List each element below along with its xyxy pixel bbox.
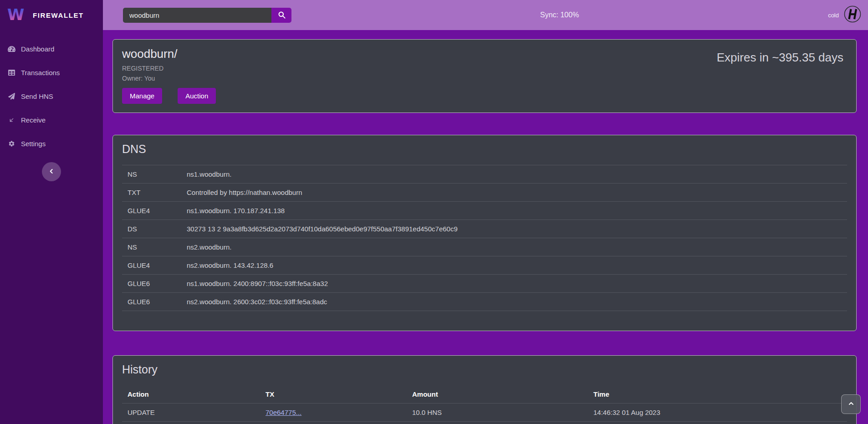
manage-button[interactable]: Manage [122, 88, 162, 104]
sidebar-item-label: Dashboard [21, 45, 54, 53]
search-icon [277, 10, 286, 20]
dns-record-value: ns1.woodburn. 170.187.241.138 [181, 202, 847, 220]
history-row: UPDATE 70e64775... 10.0 HNS 14:46:32 01 … [122, 404, 847, 422]
dashboard-icon [7, 45, 16, 53]
history-action: RENEW [122, 422, 260, 424]
sidebar-item-label: Transactions [21, 69, 60, 77]
paper-plane-icon [7, 92, 16, 100]
dns-record-row: NSns2.woodburn. [122, 238, 847, 256]
dns-record-type: GLUE4 [122, 202, 181, 220]
sidebar-item-receive[interactable]: Receive [0, 115, 103, 125]
history-row: RENEW 456bf375... 10.0 HNS 15:17:36 07 F… [122, 422, 847, 424]
sidebar: W FIREWALLET Dashboard Transactions Send… [0, 0, 103, 424]
wallet-name: cold [828, 12, 839, 19]
dns-record-type: GLUE4 [122, 256, 181, 275]
dns-record-type: GLUE6 [122, 293, 181, 311]
dns-record-row: TXTControlled by https://nathan.woodburn [122, 184, 847, 202]
dns-record-row: DS30273 13 2 9a3a8fb3d625d2a2073d740f10d… [122, 220, 847, 238]
scroll-to-top-button[interactable] [841, 394, 861, 414]
dns-record-value: ns2.woodburn. 143.42.128.6 [181, 256, 847, 275]
topbar: Sync: 100% cold [103, 0, 868, 30]
dns-record-row: GLUE4ns1.woodburn. 170.187.241.138 [122, 202, 847, 220]
sidebar-item-transactions[interactable]: Transactions [0, 67, 103, 77]
handshake-logo-icon [843, 5, 862, 25]
chevron-up-icon [848, 400, 855, 409]
history-time: 14:46:32 01 Aug 2023 [588, 404, 847, 422]
dns-card: DNS NSns1.woodburn. TXTControlled by htt… [112, 135, 857, 331]
wallet-selector[interactable]: cold [828, 0, 862, 30]
search-group [123, 8, 291, 23]
sidebar-item-label: Settings [21, 140, 46, 148]
app-title: FIREWALLET [33, 11, 84, 19]
search-input[interactable] [123, 8, 271, 23]
dns-record-type: NS [122, 165, 181, 184]
history-action: UPDATE [122, 404, 260, 422]
domain-card: woodburn/ REGISTERED Owner: You Manage A… [112, 39, 857, 113]
dns-record-value: ns1.woodburn. 2400:8907::f03c:93ff:fe5a:… [181, 275, 847, 293]
dns-record-value: ns2.woodburn. [181, 238, 847, 256]
dns-table: NSns1.woodburn. TXTControlled by https:/… [122, 165, 847, 311]
history-table: Action TX Amount Time UPDATE 70e64775...… [122, 385, 847, 424]
search-button[interactable] [271, 8, 291, 23]
history-col-amount: Amount [407, 385, 588, 404]
svg-text:W: W [7, 6, 24, 23]
dns-record-row: GLUE6ns2.woodburn. 2600:3c02::f03c:93ff:… [122, 293, 847, 311]
dns-record-value: 30273 13 2 9a3a8fb3d625d2a2073d740f10da6… [181, 220, 847, 238]
app-logo: W FIREWALLET [0, 0, 103, 30]
domain-status: REGISTERED [122, 65, 216, 72]
history-col-tx: TX [260, 385, 407, 404]
history-amount: 10.0 HNS [407, 404, 588, 422]
tx-link[interactable]: 70e64775... [266, 409, 301, 416]
sidebar-item-send-hns[interactable]: Send HNS [0, 91, 103, 101]
dns-record-type: NS [122, 238, 181, 256]
dns-title: DNS [122, 143, 847, 156]
auction-button[interactable]: Auction [178, 88, 216, 104]
dns-record-row: GLUE4ns2.woodburn. 143.42.128.6 [122, 256, 847, 275]
domain-owner: Owner: You [122, 75, 216, 82]
history-time: 15:17:36 07 Feb 2023 [588, 422, 847, 424]
dns-record-value: ns2.woodburn. 2600:3c02::f03c:93ff:fe5a:… [181, 293, 847, 311]
dns-record-type: DS [122, 220, 181, 238]
sidebar-nav: Dashboard Transactions Send HNS Receive … [0, 30, 103, 181]
arrow-down-left-icon [7, 116, 16, 124]
dns-record-row: NSns1.woodburn. [122, 165, 847, 184]
dns-record-type: GLUE6 [122, 275, 181, 293]
history-col-time: Time [588, 385, 847, 404]
chevron-left-icon [48, 168, 55, 176]
gear-icon [7, 140, 16, 148]
history-col-action: Action [122, 385, 260, 404]
dns-record-value: Controlled by https://nathan.woodburn [181, 184, 847, 202]
sidebar-collapse-button[interactable] [42, 162, 61, 181]
history-card: History Action TX Amount Time UPDATE 70e… [112, 355, 857, 424]
history-amount: 10.0 HNS [407, 422, 588, 424]
table-icon [7, 69, 16, 77]
domain-title: woodburn/ [122, 47, 216, 61]
dns-record-value: ns1.woodburn. [181, 165, 847, 184]
history-header-row: Action TX Amount Time [122, 385, 847, 404]
firewallet-w-logo-icon: W [7, 5, 27, 25]
domain-info: woodburn/ REGISTERED Owner: You Manage A… [122, 47, 216, 104]
dns-record-row: GLUE6ns1.woodburn. 2400:8907::f03c:93ff:… [122, 275, 847, 293]
dns-record-type: TXT [122, 184, 181, 202]
sync-status: Sync: 100% [540, 0, 579, 30]
expires-label: Expires in ~395.35 days [717, 51, 843, 65]
sidebar-item-label: Receive [21, 116, 46, 124]
sidebar-item-label: Send HNS [21, 92, 53, 100]
history-title: History [122, 363, 847, 376]
sidebar-item-settings[interactable]: Settings [0, 138, 103, 148]
sidebar-item-dashboard[interactable]: Dashboard [0, 44, 103, 54]
